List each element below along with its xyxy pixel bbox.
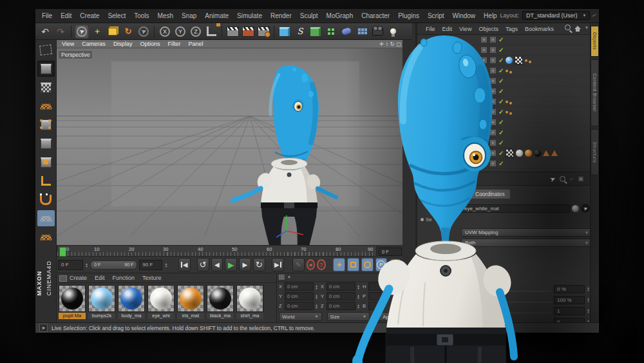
pos-y-field[interactable]: 0 cm (285, 292, 314, 300)
attr-value-field[interactable]: 100 % (554, 296, 585, 304)
edges-mode-icon[interactable] (37, 135, 55, 152)
menu-mesh[interactable]: Mesh (158, 12, 173, 19)
menu-script[interactable]: Script (428, 12, 444, 19)
current-frame-field[interactable]: 0 F (58, 260, 83, 270)
attr-value-field[interactable]: 0 (554, 318, 585, 323)
pos-z-stepper[interactable]: ▲▼ (315, 302, 319, 311)
menu-mograph[interactable]: MoGraph (327, 12, 354, 19)
menu-simulate[interactable]: Simulate (237, 12, 262, 19)
phong-tag-icon[interactable] (551, 150, 558, 156)
material-swatch[interactable]: black_ma (207, 285, 234, 319)
phong-tag-icon[interactable] (543, 150, 549, 156)
add-spline-icon[interactable]: S (293, 25, 307, 39)
picker-icon[interactable]: ➤ (581, 204, 590, 213)
menu-edit[interactable]: Edit (61, 12, 71, 19)
menu-help[interactable]: Help (484, 12, 497, 19)
menu-character[interactable]: Character (361, 12, 390, 19)
viewport-menu-panel[interactable]: Panel (188, 41, 203, 47)
viewport-menu-filter[interactable]: Filter (167, 41, 180, 47)
record-keyframe-icon[interactable]: ● (307, 259, 315, 270)
last-tool-icon[interactable]: ➤ (137, 25, 151, 39)
next-frame-icon[interactable]: ▶ (239, 258, 251, 271)
next-key-icon[interactable]: ↻ (253, 258, 265, 271)
material-swatch[interactable]: eye_whi (147, 285, 175, 319)
material-swatch[interactable]: shirt_ma (236, 285, 263, 319)
viewport-menu-view[interactable]: View (62, 41, 74, 47)
timeline-ruler[interactable]: 0 10 20 30 40 50 60 70 80 90 (57, 245, 377, 257)
menu-window[interactable]: Window (453, 12, 476, 19)
attr-value-field[interactable]: 0 % (554, 285, 585, 293)
model-mode-icon[interactable] (37, 61, 55, 77)
menu-tools[interactable]: Tools (134, 12, 149, 19)
material-menu-create[interactable]: Create (70, 275, 87, 281)
viewport-menu-options[interactable]: Options (140, 41, 160, 47)
workplane-transform-icon[interactable] (37, 229, 55, 245)
side-tab-objects[interactable]: Objects (591, 26, 599, 57)
menu-file[interactable]: File (42, 12, 52, 19)
material-tag-icon[interactable] (534, 150, 541, 157)
coordinate-system-icon[interactable] (204, 25, 218, 39)
key-icon[interactable]: ⌐ (570, 175, 573, 182)
autokey-icon[interactable]: ? (317, 259, 325, 270)
live-selection-icon[interactable]: ➤ (75, 25, 89, 39)
pos-x-stepper[interactable]: ▲▼ (315, 282, 319, 291)
material-swatch[interactable]: bumps2k (88, 285, 115, 319)
material-swatch[interactable]: pupil Ma (59, 285, 86, 319)
material-menu-texture[interactable]: Texture (142, 275, 162, 281)
wrench-icon[interactable]: / (591, 13, 597, 19)
render-region-icon[interactable] (241, 25, 255, 39)
coordinate-world-dropdown[interactable]: World▼ (279, 312, 322, 321)
workplane-lock-icon[interactable] (37, 210, 55, 226)
material-tag-icon[interactable] (525, 150, 532, 157)
make-editable-icon[interactable] (37, 42, 55, 58)
viewport-menu-cameras[interactable]: Cameras (82, 41, 106, 47)
add-mograph-icon[interactable] (324, 25, 338, 39)
frame-range-slider[interactable]: 0 F 90 F (90, 260, 137, 270)
pointer-icon[interactable]: ➤ (549, 174, 556, 182)
previous-key-icon[interactable]: ↺ (197, 258, 209, 271)
material-menu-function[interactable]: Function (113, 275, 135, 281)
render-view-icon[interactable] (225, 25, 240, 39)
lock-icon[interactable]: ▣ (578, 175, 583, 182)
om-menu-bookmarks[interactable]: Bookmarks (525, 26, 554, 32)
home-icon[interactable] (574, 26, 581, 29)
add-cube-icon[interactable] (278, 25, 292, 39)
chevron-down-icon[interactable]: ▼ (287, 275, 291, 279)
panel-menu-icon[interactable]: ▼ (585, 26, 589, 30)
record-disabled-icon[interactable]: ✎ (292, 258, 305, 271)
mini-sphere-icon[interactable] (572, 205, 579, 212)
redo-icon[interactable]: ↷ (53, 25, 68, 39)
previous-frame-icon[interactable]: ◀ (211, 258, 223, 271)
polygons-mode-icon[interactable] (37, 154, 55, 170)
add-generator-icon[interactable] (308, 25, 323, 39)
axis-mode-icon[interactable] (37, 173, 55, 189)
menu-snap[interactable]: Snap (182, 12, 196, 19)
end-frame-field[interactable]: 90 F (139, 260, 162, 270)
menu-create[interactable]: Create (80, 12, 99, 19)
play-icon[interactable]: ▶ (225, 258, 237, 271)
timeline-playhead[interactable] (59, 247, 66, 257)
move-icon[interactable]: + (90, 25, 104, 39)
frame-stepper[interactable]: ▲▼ (85, 260, 88, 270)
attr-value-field[interactable]: 1 (554, 307, 585, 315)
toggle-position-icon[interactable]: + (333, 258, 345, 271)
pos-z-field[interactable]: 0 cm (285, 302, 314, 310)
menu-plugins[interactable]: Plugins (398, 12, 419, 19)
axis-y-lock[interactable]: Y (173, 25, 187, 39)
material-swatch[interactable]: iris_mat (177, 285, 204, 319)
workplane-mode-icon[interactable] (37, 98, 55, 114)
scale-icon[interactable] (106, 25, 120, 39)
view-label[interactable]: Perspective (59, 51, 92, 59)
goto-start-icon[interactable]: ◀ (178, 258, 191, 271)
menu-render[interactable]: Render (270, 12, 292, 19)
side-tab-structure[interactable]: Structure (591, 129, 599, 175)
viewport-menu-display[interactable]: Display (113, 41, 133, 47)
render-settings-icon[interactable] (256, 25, 270, 39)
menu-select[interactable]: Select (108, 12, 126, 19)
undo-icon[interactable]: ↶ (38, 25, 52, 39)
points-mode-icon[interactable] (37, 117, 55, 133)
snap-toggle-icon[interactable] (37, 191, 55, 208)
material-menu-edit[interactable]: Edit (95, 275, 105, 281)
goto-end-icon[interactable]: ▶ (272, 258, 284, 271)
pos-x-field[interactable]: 0 cm (285, 282, 314, 291)
